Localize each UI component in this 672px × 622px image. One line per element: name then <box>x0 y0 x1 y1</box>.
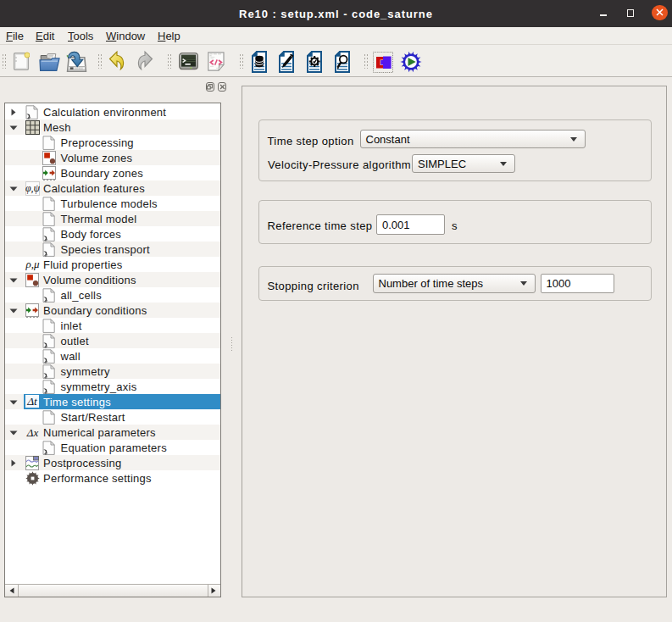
svg-text:ρ,μ: ρ,μ <box>25 258 40 270</box>
svg-text:Δx: Δx <box>25 426 38 439</box>
svg-text:Δt: Δt <box>26 395 38 408</box>
svg-text:φ,ψ: φ,ψ <box>25 182 40 194</box>
